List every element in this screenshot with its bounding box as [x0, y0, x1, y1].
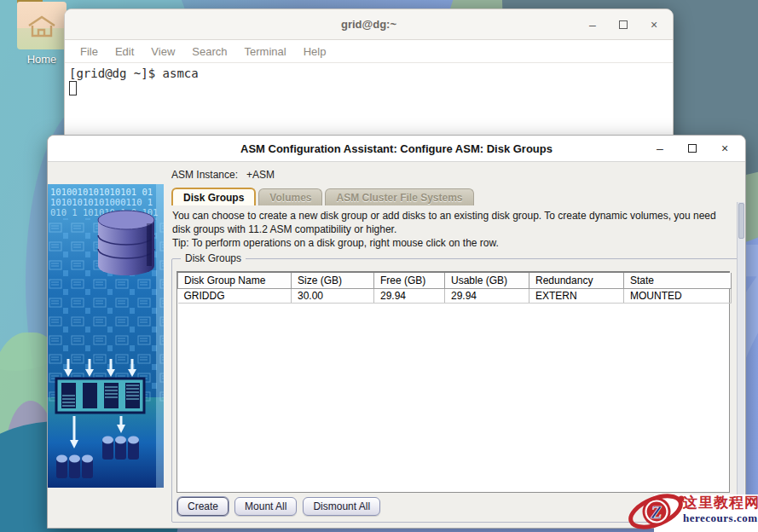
asm-artwork: 1010010101010101 01 10101010101000110 1 … [48, 184, 164, 488]
house-glyph [26, 14, 57, 39]
mount-all-button[interactable]: Mount All [234, 497, 297, 516]
col-free[interactable]: Free (GB) [374, 273, 445, 289]
asm-instance-label: ASM Instance: [171, 169, 238, 181]
col-usable[interactable]: Usable (GB) [445, 273, 529, 289]
menu-search[interactable]: Search [183, 45, 235, 58]
svg-text:10101010101000110 1: 10101010101000110 1 [50, 197, 153, 207]
menu-view[interactable]: View [142, 45, 183, 58]
logo-site-name: 这里教程网 [683, 495, 758, 512]
table-header-row: Disk Group Name Size (GB) Free (GB) Usab… [178, 273, 732, 289]
minimize-icon[interactable]: – [653, 142, 667, 155]
tab-volumes: Volumes [258, 188, 322, 205]
minimize-icon[interactable]: – [586, 18, 599, 32]
col-redundancy[interactable]: Redundancy [529, 273, 624, 289]
tab-acfs: ASM Cluster File Systems [325, 188, 473, 205]
dialog-scrollbar[interactable] [737, 202, 744, 526]
menu-edit[interactable]: Edit [107, 45, 142, 58]
cell-usable[interactable]: 29.94 [445, 289, 529, 304]
svg-text:1010010101010101 01: 1010010101010101 01 [50, 187, 153, 197]
col-size[interactable]: Size (GB) [292, 273, 374, 289]
close-icon[interactable]: × [718, 142, 732, 155]
button-row: Create Mount All Dismount All [177, 497, 380, 516]
tab-bar: Disk Groups Volumes ASM Cluster File Sys… [171, 188, 474, 205]
logo-z-icon: Z [625, 488, 686, 532]
description-text: You can choose to create a new disk grou… [172, 210, 737, 237]
terminal-content[interactable]: [grid@dg ~]$ asmca [65, 63, 673, 95]
tip-text: Tip: To perform operations on a disk gro… [172, 237, 499, 249]
maximize-icon[interactable] [616, 18, 630, 32]
cell-free[interactable]: 29.94 [374, 289, 445, 304]
logo-site-url[interactable]: herecours.com [683, 512, 758, 525]
asm-instance-line: ASM Instance:+ASM [171, 169, 275, 181]
cell-size[interactable]: 30.00 [292, 289, 374, 304]
site-logo: Z 这里教程网 herecours.com [625, 489, 758, 532]
table-row[interactable]: GRIDDG 30.00 29.94 29.94 EXTERN MOUNTED [178, 289, 732, 304]
menu-help[interactable]: Help [295, 45, 335, 58]
create-button[interactable]: Create [177, 497, 229, 516]
dismount-all-button[interactable]: Dismount All [303, 497, 380, 516]
svg-text:Z: Z [651, 502, 663, 523]
disk-groups-groupbox: Disk Groups Disk Group Name Size (GB) Fr… [171, 258, 741, 523]
cell-state[interactable]: MOUNTED [624, 289, 732, 304]
scrollbar-thumb[interactable] [738, 203, 744, 239]
cell-redundancy[interactable]: EXTERN [529, 289, 624, 304]
terminal-cursor [69, 81, 77, 95]
folder-icon [17, 0, 67, 49]
desktop-icon-label: Home [14, 53, 70, 66]
disk-groups-table[interactable]: Disk Group Name Size (GB) Free (GB) Usab… [176, 271, 730, 493]
col-disk-group-name[interactable]: Disk Group Name [178, 273, 292, 289]
disk-box-icon [56, 379, 144, 413]
asmca-dialog: ASM Configuration Assistant: Configure A… [47, 135, 746, 529]
terminal-menubar: File Edit View Search Terminal Help [65, 40, 673, 63]
terminal-titlebar[interactable]: grid@dg:~ – × [65, 9, 673, 40]
groupbox-title: Disk Groups [181, 252, 246, 264]
close-icon[interactable]: × [647, 18, 661, 32]
terminal-prompt-line: [grid@dg ~]$ asmca [69, 66, 673, 80]
tab-disk-groups[interactable]: Disk Groups [171, 188, 256, 205]
dialog-title: ASM Configuration Assistant: Configure A… [48, 142, 745, 155]
cell-disk-group-name[interactable]: GRIDDG [178, 289, 292, 304]
desktop-icon-home[interactable]: Home [14, 0, 70, 66]
menu-file[interactable]: File [72, 45, 107, 58]
maximize-icon[interactable] [686, 142, 699, 155]
menu-terminal[interactable]: Terminal [236, 45, 295, 58]
col-state[interactable]: State [624, 273, 732, 289]
database-cylinder-icon [98, 211, 154, 275]
dialog-titlebar[interactable]: ASM Configuration Assistant: Configure A… [48, 136, 745, 162]
asm-instance-value: +ASM [246, 169, 275, 181]
desktop: 7 Home grid@dg:~ – × File Edit [0, 0, 758, 532]
terminal-title: grid@dg:~ [65, 18, 673, 31]
